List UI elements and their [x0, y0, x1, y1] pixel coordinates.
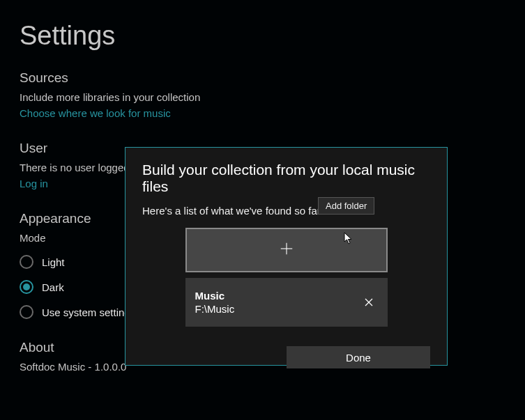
radio-label: Use system settings	[42, 306, 135, 318]
radio-icon	[20, 305, 33, 319]
build-collection-dialog: Build your collection from your local mu…	[125, 147, 448, 366]
add-folder-button[interactable]	[185, 228, 388, 272]
dialog-title: Build your collection from your local mu…	[142, 162, 430, 195]
sources-heading: Sources	[20, 70, 505, 86]
add-folder-tooltip: Add folder	[318, 197, 374, 215]
radio-label: Light	[42, 256, 65, 268]
folder-text: Music F:\Music	[195, 289, 235, 316]
sources-subtitle: Include more libraries in your collectio…	[20, 91, 505, 103]
plus-icon	[279, 241, 294, 259]
radio-icon	[20, 255, 33, 269]
folder-name: Music	[195, 289, 235, 303]
close-icon	[365, 297, 373, 309]
choose-music-location-link[interactable]: Choose where we look for music	[20, 107, 171, 119]
folder-item[interactable]: Music F:\Music	[185, 278, 388, 327]
folder-path: F:\Music	[195, 302, 235, 316]
dialog-subtitle: Here's a list of what we've found so far…	[142, 205, 430, 217]
radio-label: Dark	[42, 281, 64, 293]
page-title: Settings	[20, 21, 505, 51]
done-button[interactable]: Done	[287, 346, 430, 368]
remove-folder-button[interactable]	[361, 295, 376, 310]
radio-icon	[20, 280, 33, 294]
login-link[interactable]: Log in	[20, 178, 48, 189]
sources-section: Sources Include more libraries in your c…	[20, 70, 505, 120]
